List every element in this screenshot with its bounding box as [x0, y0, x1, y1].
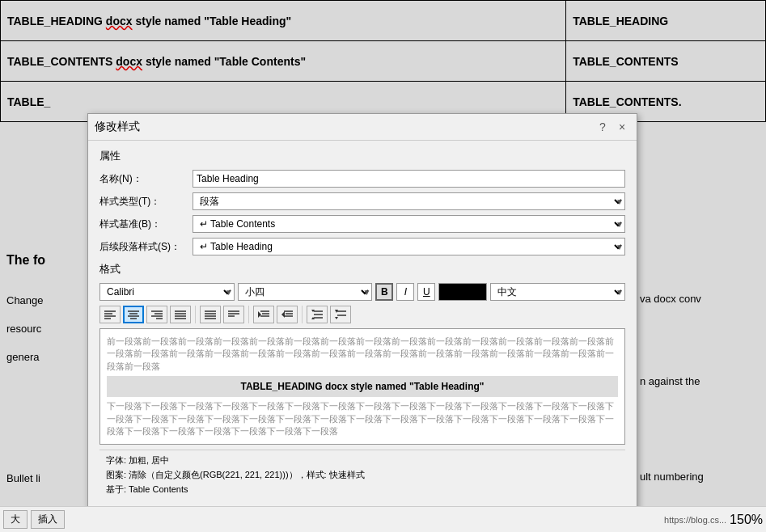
base-style-label: 样式基准(B)： — [99, 217, 193, 231]
help-button[interactable]: ? — [595, 119, 611, 135]
dialog-body: 属性 名称(N)： 样式类型(T)： 段落 ▼ 样式基准(B)： ↵ Table… — [88, 141, 637, 508]
name-input[interactable] — [193, 170, 625, 188]
name-label: 名称(N)： — [99, 172, 193, 186]
zoom-area: 150% — [730, 513, 763, 527]
dialog-controls: ? × — [595, 119, 630, 135]
toolbar-divider — [195, 306, 196, 323]
align-center-btn[interactable] — [123, 306, 144, 323]
preview-next-text: 下一段落下一段落下一段落下一段落下一段落下一段落下一段落下一段落下一段落下一段落… — [107, 400, 618, 437]
underline-button[interactable]: U — [417, 283, 435, 301]
size-select[interactable]: 小四 — [238, 283, 373, 301]
size-select-wrapper: 小四 ▼ — [238, 283, 373, 301]
font-select-wrapper: Calibri ▼ — [99, 283, 235, 301]
toolbar-divider — [302, 306, 303, 323]
spacing-btn[interactable] — [330, 306, 351, 323]
line-spacing-btn[interactable] — [307, 306, 328, 323]
align-distributed-btn[interactable] — [200, 306, 221, 323]
lang-select[interactable]: 中文 — [490, 283, 625, 301]
style-type-row: 样式类型(T)： 段落 ▼ — [99, 192, 625, 210]
zoom-out-button[interactable]: 大 — [3, 510, 28, 529]
next-style-select[interactable]: ↵ Table Heading — [193, 238, 625, 255]
svg-marker-39 — [335, 317, 338, 319]
url-display: https://blog.cs... — [664, 515, 726, 525]
preview-sample-text: TABLE_HEADING docx style named "Table He… — [107, 376, 618, 397]
status-line3: 基于: Table Contents — [106, 483, 619, 497]
svg-marker-30 — [281, 311, 285, 318]
next-style-label: 后续段落样式(S)： — [99, 240, 193, 254]
base-style-wrapper: ↵ Table Contents ▼ — [193, 215, 625, 233]
style-type-wrapper: 段落 ▼ — [193, 192, 625, 210]
align-toolbar — [99, 306, 625, 323]
format-toolbar: Calibri ▼ 小四 ▼ B I U 中文 ▼ — [99, 283, 625, 301]
svg-marker-26 — [258, 311, 261, 318]
align-thai-btn[interactable] — [223, 306, 244, 323]
align-right-btn[interactable] — [146, 306, 167, 323]
align-justify-btn[interactable] — [170, 306, 191, 323]
modify-style-dialog: 修改样式 ? × 属性 名称(N)： 样式类型(T)： 段落 ▼ 样式基准(B)… — [87, 113, 637, 532]
align-left-btn[interactable] — [99, 306, 121, 323]
section-attr-label: 属性 — [99, 149, 625, 163]
name-row: 名称(N)： — [99, 170, 625, 188]
next-style-row: 后续段落样式(S)： ↵ Table Heading ▼ — [99, 238, 625, 255]
preview-prev-text: 前一段落前一段落前一段落前一段落前一段落前一段落前一段落前一段落前一段落前一段落… — [107, 336, 618, 373]
indent-increase-btn[interactable] — [253, 306, 274, 323]
style-type-label: 样式类型(T)： — [99, 195, 193, 209]
font-select[interactable]: Calibri — [99, 283, 235, 301]
color-picker[interactable] — [438, 283, 487, 301]
status-line2: 图案: 清除（自定义颜色(RGB(221, 221, 221)))），样式: 快… — [106, 468, 619, 483]
close-button[interactable]: × — [614, 119, 630, 135]
base-style-row: 样式基准(B)： ↵ Table Contents ▼ — [99, 215, 625, 233]
dialog-titlebar: 修改样式 ? × — [88, 114, 637, 141]
base-style-select[interactable]: ↵ Table Contents — [193, 215, 625, 233]
bottom-toolbar: 大 插入 https://blog.cs... 150% — [0, 506, 766, 532]
section-format-label: 格式 — [99, 262, 625, 277]
style-type-select[interactable]: 段落 — [193, 192, 625, 210]
lang-select-wrapper: 中文 ▼ — [490, 283, 625, 301]
toolbar-divider — [248, 306, 249, 323]
dialog-title: 修改样式 — [95, 120, 140, 134]
next-style-wrapper: ↵ Table Heading ▼ — [193, 238, 625, 255]
style-preview: 前一段落前一段落前一段落前一段落前一段落前一段落前一段落前一段落前一段落前一段落… — [99, 328, 625, 445]
style-description: 字体: 加粗, 居中 图案: 清除（自定义颜色(RGB(221, 221, 22… — [99, 450, 625, 500]
insert-button[interactable]: 插入 — [31, 510, 65, 529]
italic-button[interactable]: I — [396, 283, 414, 301]
zoom-level: 150% — [730, 513, 763, 527]
bold-button[interactable]: B — [375, 283, 393, 301]
status-line1: 字体: 加粗, 居中 — [106, 454, 619, 468]
indent-decrease-btn[interactable] — [277, 306, 298, 323]
